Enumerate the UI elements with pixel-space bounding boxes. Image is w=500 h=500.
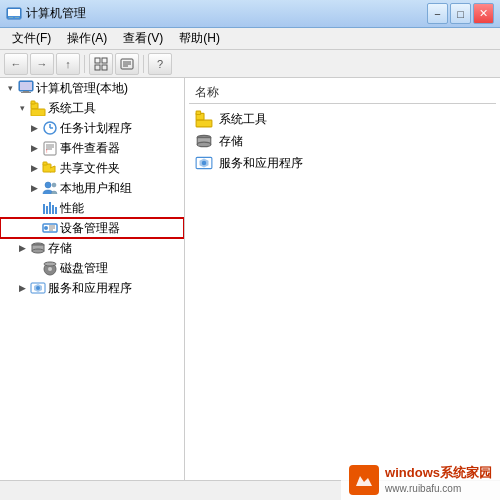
- menu-action[interactable]: 操作(A): [59, 28, 115, 49]
- toolbar-separator-1: [84, 55, 85, 73]
- tree-item-root[interactable]: ▾ 计算机管理(本地): [0, 78, 184, 98]
- properties-button[interactable]: [115, 53, 139, 75]
- svg-rect-29: [43, 162, 47, 165]
- taskschd-icon: [42, 120, 58, 136]
- svg-point-49: [36, 286, 40, 290]
- tree-item-devmgr[interactable]: ▶ 设备管理器: [0, 218, 184, 238]
- watermark-line1: windows系统家园: [385, 464, 492, 482]
- back-button[interactable]: ←: [4, 53, 28, 75]
- svg-rect-5: [95, 58, 100, 63]
- help-toolbar-button[interactable]: ?: [148, 53, 172, 75]
- svg-rect-3: [15, 17, 19, 18]
- expand-storage: ▶: [16, 242, 28, 254]
- right-label-systools: 系统工具: [219, 111, 267, 128]
- expand-services: ▶: [16, 282, 28, 294]
- svg-point-57: [202, 161, 207, 166]
- svg-rect-33: [46, 206, 48, 214]
- tree-item-services[interactable]: ▶ 服务和应用程序: [0, 278, 184, 298]
- svg-point-38: [44, 226, 48, 230]
- svg-rect-8: [102, 65, 107, 70]
- tree-item-localusers[interactable]: ▶ 本地用户和组: [0, 178, 184, 198]
- tree-label-sharedfolders: 共享文件夹: [60, 160, 120, 177]
- tree-item-eventvwr[interactable]: ▶ ! 事件查看器: [0, 138, 184, 158]
- toolbar-separator-2: [143, 55, 144, 73]
- svg-rect-34: [49, 202, 51, 214]
- svg-point-47: [44, 262, 56, 266]
- devmgr-icon: [42, 220, 58, 236]
- up-button[interactable]: ↑: [56, 53, 80, 75]
- svg-rect-14: [20, 82, 32, 90]
- svg-rect-35: [52, 205, 54, 214]
- left-panel: ▾ 计算机管理(本地) ▾: [0, 78, 185, 480]
- tree-item-diskmgmt[interactable]: ▶ 磁盘管理: [0, 258, 184, 278]
- show-hide-button[interactable]: [89, 53, 113, 75]
- svg-rect-7: [95, 65, 100, 70]
- computer-icon: [18, 80, 34, 96]
- column-header-name: 名称: [195, 85, 219, 99]
- svg-rect-51: [196, 111, 201, 114]
- expand-eventvwr: ▶: [28, 142, 40, 154]
- right-item-services[interactable]: 服务和应用程序: [189, 152, 496, 174]
- tree-label-services: 服务和应用程序: [48, 280, 132, 297]
- expand-taskschd: ▶: [28, 122, 40, 134]
- right-label-services: 服务和应用程序: [219, 155, 303, 172]
- tree-label-storage: 存储: [48, 240, 72, 257]
- svg-rect-4: [7, 18, 21, 19]
- storage-icon: [30, 240, 46, 256]
- tree-label-perf: 性能: [60, 200, 84, 217]
- svg-rect-1: [8, 9, 20, 16]
- svg-rect-19: [31, 109, 45, 116]
- svg-rect-32: [43, 204, 45, 214]
- systools-icon: [30, 100, 46, 116]
- expand-systools: ▾: [16, 102, 28, 114]
- tree-label-localusers: 本地用户和组: [60, 180, 132, 197]
- svg-rect-52: [196, 120, 212, 127]
- tree-item-storage[interactable]: ▶ 存储: [0, 238, 184, 258]
- maximize-button[interactable]: □: [450, 3, 471, 24]
- menu-file[interactable]: 文件(F): [4, 28, 59, 49]
- title-bar-icon: [6, 6, 22, 22]
- svg-rect-6: [102, 58, 107, 63]
- watermark-logo: [349, 465, 379, 495]
- services-icon: [30, 280, 46, 296]
- right-panel: 名称 系统工具: [185, 78, 500, 480]
- close-button[interactable]: ✕: [473, 3, 494, 24]
- svg-rect-36: [55, 207, 57, 214]
- title-bar-text: 计算机管理: [26, 5, 427, 22]
- title-bar: 计算机管理 − □ ✕: [0, 0, 500, 28]
- menu-bar: 文件(F) 操作(A) 查看(V) 帮助(H): [0, 28, 500, 50]
- menu-view[interactable]: 查看(V): [115, 28, 171, 49]
- eventvwr-icon: !: [42, 140, 58, 156]
- tree-label-root: 计算机管理(本地): [36, 80, 128, 97]
- svg-point-30: [45, 182, 51, 188]
- expand-sharedfolders: ▶: [28, 162, 40, 174]
- menu-help[interactable]: 帮助(H): [171, 28, 228, 49]
- right-item-storage[interactable]: 存储: [189, 130, 496, 152]
- diskmgmt-icon: [42, 260, 58, 276]
- svg-rect-16: [21, 92, 31, 93]
- right-systools-icon: [195, 110, 213, 128]
- watermark-line2: www.ruibafu.com: [385, 482, 492, 496]
- expand-root: ▾: [4, 82, 16, 94]
- title-bar-buttons: − □ ✕: [427, 3, 494, 24]
- watermark-text-block: windows系统家园 www.ruibafu.com: [385, 464, 492, 496]
- right-label-storage: 存储: [219, 133, 243, 150]
- tree-label-devmgr: 设备管理器: [60, 220, 120, 237]
- svg-rect-58: [352, 468, 376, 492]
- tree-item-perf[interactable]: ▶ 性能: [0, 198, 184, 218]
- minimize-button[interactable]: −: [427, 3, 448, 24]
- right-item-systools[interactable]: 系统工具: [189, 108, 496, 130]
- svg-rect-2: [9, 17, 13, 18]
- expand-localusers: ▶: [28, 182, 40, 194]
- tree-item-taskschd[interactable]: ▶ 任务计划程序: [0, 118, 184, 138]
- tree-item-sharedfolders[interactable]: ▶ 共享文件夹: [0, 158, 184, 178]
- toolbar: ← → ↑ ?: [0, 50, 500, 78]
- tree-label-diskmgmt: 磁盘管理: [60, 260, 108, 277]
- main-content: ▾ 计算机管理(本地) ▾: [0, 78, 500, 480]
- svg-point-46: [48, 267, 52, 271]
- localusers-icon: [42, 180, 58, 196]
- forward-button[interactable]: →: [30, 53, 54, 75]
- tree-item-systools[interactable]: ▾ 系统工具: [0, 98, 184, 118]
- svg-point-55: [197, 142, 211, 147]
- svg-point-31: [52, 183, 56, 187]
